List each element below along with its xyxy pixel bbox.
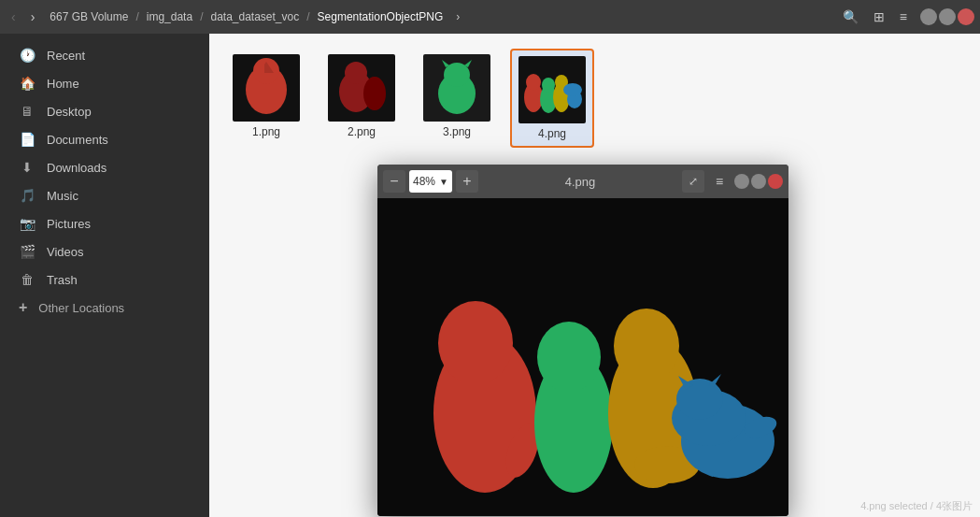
file-name-3: 3.png [443,125,471,138]
viewer-menu-button[interactable]: ≡ [708,170,731,193]
sidebar-item-music[interactable]: 🎵 Music [4,181,206,209]
topbar: ‹ › 667 GB Volume / img_data / data_data… [0,0,980,34]
add-location-icon: + [19,299,27,316]
breadcrumb-segmentation[interactable]: SegmentationObjectPNG [312,8,449,25]
svg-point-32 [614,309,679,383]
window-controls [920,8,974,25]
file-item-4[interactable]: 4.png [510,49,594,148]
file-item-1[interactable]: 1.png [224,49,308,148]
file-name-4: 4.png [538,127,566,140]
thumbnail-2 [328,54,395,122]
breadcrumb-img-data[interactable]: img_data [141,8,198,25]
music-icon: 🎵 [19,187,36,204]
svg-point-22 [563,83,582,96]
breadcrumb-dataset[interactable]: data_dataset_voc [205,8,305,25]
downloads-icon: ⬇ [19,159,36,176]
breadcrumb-volume[interactable]: 667 GB Volume [44,8,134,25]
zoom-plus-button[interactable]: + [456,170,478,193]
svg-point-18 [542,78,555,93]
breadcrumb-sep-2: / [200,10,203,23]
main-layout: 🕐 Recent 🏠 Home 🖥 Desktop 📄 Documents ⬇ … [0,34,980,517]
sidebar-label-music: Music [47,189,78,203]
desktop-icon: 🖥 [19,103,36,120]
file-item-2[interactable]: 2.png [320,49,404,148]
sidebar-item-downloads[interactable]: ⬇ Downloads [4,153,206,181]
forward-button[interactable]: › [25,6,41,28]
documents-icon: 📄 [19,131,36,148]
zoom-dropdown-icon: ▼ [439,177,448,187]
sidebar-item-home[interactable]: 🏠 Home [4,69,206,97]
zoom-minus-button[interactable]: − [383,170,405,193]
file-area[interactable]: 1.png 2.png [209,34,980,517]
viewer-filename: 4.png [482,175,678,189]
viewer-window-controls [734,174,783,189]
breadcrumb-bar: 667 GB Volume / img_data / data_dataset_… [44,8,832,25]
sidebar-item-recent[interactable]: 🕐 Recent [4,41,206,69]
topbar-actions: 🔍 ⊞ ≡ [837,6,913,28]
file-item-3[interactable]: 3.png [415,49,499,148]
svg-point-11 [444,63,470,87]
viewer-titlebar: − 48% ▼ + 4.png ⤢ ≡ [377,165,788,198]
sidebar-item-videos[interactable]: 🎬 Videos [4,237,206,266]
file-grid: 1.png 2.png [224,49,965,148]
thumbnail-1 [233,54,300,122]
thumbnail-3 [423,54,490,122]
maximize-button[interactable] [939,8,956,25]
sidebar-label-other-locations: Other Locations [38,301,124,315]
sidebar-item-trash[interactable]: 🗑 Trash [4,266,206,294]
home-icon: 🏠 [19,75,36,92]
svg-point-8 [363,77,386,110]
breadcrumb-sep-1: / [135,10,138,23]
breadcrumb-more[interactable]: › [450,8,465,25]
viewer-image [377,198,788,516]
recent-icon: 🕐 [19,47,36,64]
sidebar-label-home: Home [47,77,79,91]
viewer-close-button[interactable] [768,174,783,189]
videos-icon: 🎬 [19,243,36,260]
watermark: 4.png selected / 4张图片 [860,499,973,513]
sidebar-label-documents: Documents [47,133,108,147]
sidebar-label-trash: Trash [47,273,78,287]
svg-point-29 [537,322,601,393]
image-viewer: − 48% ▼ + 4.png ⤢ ≡ [377,165,788,516]
view-toggle-button[interactable]: ⊞ [868,6,890,28]
sidebar-label-videos: Videos [47,245,84,259]
svg-rect-30 [557,383,581,409]
sidebar-item-pictures[interactable]: 📷 Pictures [4,209,206,237]
svg-rect-33 [634,374,660,402]
zoom-level-value: 48% [413,175,435,188]
sidebar-label-recent: Recent [47,49,85,63]
trash-icon: 🗑 [19,271,36,288]
svg-point-16 [526,74,541,91]
viewer-minimize-button[interactable] [734,174,749,189]
menu-button[interactable]: ≡ [894,6,913,28]
sidebar-label-pictures: Pictures [47,217,91,231]
minimize-button[interactable] [920,8,937,25]
sidebar-label-downloads: Downloads [47,161,107,175]
thumbnail-4 [518,56,586,123]
zoom-select[interactable]: 48% ▼ [409,170,452,193]
svg-rect-26 [462,371,490,399]
search-button[interactable]: 🔍 [837,6,864,28]
sidebar-item-other-locations[interactable]: + Other Locations [4,294,206,322]
sidebar: 🕐 Recent 🏠 Home 🖥 Desktop 📄 Documents ⬇ … [0,34,209,517]
back-button[interactable]: ‹ [6,6,21,28]
close-button[interactable] [958,8,974,25]
sidebar-label-desktop: Desktop [47,105,92,119]
breadcrumb-sep-3: / [306,10,309,23]
sidebar-item-desktop[interactable]: 🖥 Desktop [4,97,206,125]
svg-rect-4 [257,62,264,73]
viewer-expand-button[interactable]: ⤢ [682,170,704,193]
viewer-content [377,198,788,516]
pictures-icon: 📷 [19,215,36,232]
sidebar-item-documents[interactable]: 📄 Documents [4,125,206,153]
file-name-1: 1.png [252,125,280,138]
viewer-maximize-button[interactable] [751,174,766,189]
svg-point-7 [345,62,367,84]
file-name-2: 2.png [348,125,376,138]
